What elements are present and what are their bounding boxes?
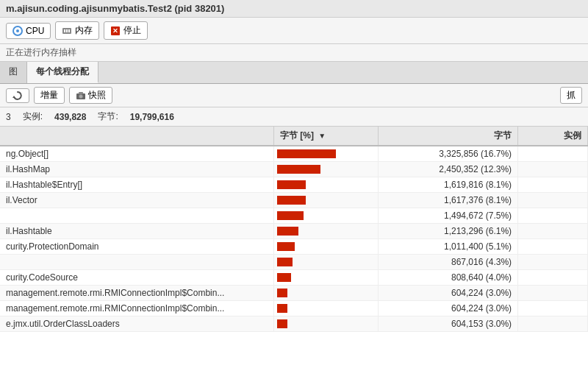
table-row[interactable]: il.Hashtable1,213,296 (6.1%) (0, 224, 588, 239)
table-row[interactable]: e.jmx.util.OrderClassLoaders604,153 (3.0… (0, 316, 588, 332)
col-bytes-label: 字节 (494, 130, 512, 141)
camera-icon (76, 91, 86, 101)
bytes-value: 19,799,616 (130, 112, 174, 122)
cell-bytes: 1,619,816 (8.1%) (379, 177, 518, 193)
cell-instances (518, 177, 588, 193)
tab-chart-label: 图 (9, 66, 18, 77)
cell-bar (273, 224, 378, 239)
table-row[interactable]: 867,016 (4.3%) (0, 255, 588, 270)
summary-bar: 3 实例: 439,828 字节: 19,799,616 (0, 107, 588, 127)
cell-bar (273, 208, 378, 224)
instances-value: 439,828 (54, 112, 86, 122)
col-bytes-pct-label: 字节 [%] (280, 130, 314, 141)
cell-bar (273, 177, 378, 193)
col-header-class[interactable] (0, 127, 273, 146)
cell-class: il.Hashtable$Entry[] (0, 177, 273, 193)
cell-bytes: 604,153 (3.0%) (379, 316, 518, 332)
cell-bytes: 1,617,376 (8.1%) (379, 193, 518, 208)
cell-class: il.HashMap (0, 162, 273, 177)
cell-bytes: 1,213,296 (6.1%) (379, 224, 518, 239)
cell-bytes: 1,494,672 (7.5%) (379, 208, 518, 224)
cell-class: curity.ProtectionDomain (0, 239, 273, 255)
cpu-button[interactable]: CPU (6, 23, 51, 39)
snapshot-label: 快照 (88, 89, 106, 102)
cell-class: e.jmx.util.OrderClassLoaders (0, 316, 273, 332)
increment-button[interactable]: 增量 (34, 87, 65, 104)
toolbar: CPU 内存 ✕ 停止 (0, 18, 588, 44)
tab-per-thread-label: 每个线程分配 (36, 66, 89, 77)
table-container: 字节 [%] ▼ 字节 实例 ng.Object[]3,325,856 (16.… (0, 127, 588, 368)
cell-bytes: 604,224 (3.0%) (379, 301, 518, 316)
table-row[interactable]: il.Hashtable$Entry[]1,619,816 (8.1%) (0, 177, 588, 193)
svg-point-1 (16, 29, 19, 32)
table-row[interactable]: 1,494,672 (7.5%) (0, 208, 588, 224)
stop-button[interactable]: ✕ 停止 (104, 21, 148, 40)
cell-instances (518, 193, 588, 208)
tab-bar: 图 每个线程分配 (0, 62, 588, 84)
cell-instances (518, 255, 588, 270)
cpu-icon (12, 26, 23, 36)
refresh-icon (12, 91, 23, 101)
cell-instances (518, 301, 588, 316)
memory-table: 字节 [%] ▼ 字节 实例 ng.Object[]3,325,856 (16.… (0, 127, 588, 332)
title-bar: m.ajisun.coding.ajisunmybatis.Test2 (pid… (0, 0, 588, 18)
table-row[interactable]: curity.ProtectionDomain1,011,400 (5.1%) (0, 239, 588, 255)
right-action-button[interactable]: 抓 (560, 87, 582, 104)
table-row[interactable]: il.Vector1,617,376 (8.1%) (0, 193, 588, 208)
svg-marker-8 (12, 96, 15, 98)
cell-instances (518, 316, 588, 332)
table-row[interactable]: ng.Object[]3,325,856 (16.7%) (0, 146, 588, 162)
cell-instances (518, 162, 588, 177)
increment-label: 增量 (40, 89, 58, 102)
svg-point-10 (79, 94, 83, 98)
cell-instances (518, 270, 588, 286)
col-header-instances[interactable]: 实例 (518, 127, 588, 146)
cell-bar (273, 239, 378, 255)
cell-bytes: 2,450,352 (12.3%) (379, 162, 518, 177)
cell-bytes: 867,016 (4.3%) (379, 255, 518, 270)
cpu-label: CPU (26, 26, 44, 36)
svg-rect-11 (79, 92, 83, 94)
mem-button[interactable]: 内存 (55, 21, 99, 40)
stop-label: 停止 (123, 24, 141, 37)
cell-instances (518, 146, 588, 162)
table-row[interactable]: curity.CodeSource808,640 (4.0%) (0, 270, 588, 286)
cell-bytes: 808,640 (4.0%) (379, 270, 518, 286)
tab-chart[interactable]: 图 (0, 62, 27, 83)
cell-bar (273, 193, 378, 208)
col-instances-label: 实例 (564, 130, 581, 141)
mem-label: 内存 (75, 24, 93, 37)
col-header-bytes-pct[interactable]: 字节 [%] ▼ (273, 127, 378, 146)
table-header-row: 字节 [%] ▼ 字节 实例 (0, 127, 588, 146)
cell-bytes: 604,224 (3.0%) (379, 286, 518, 301)
status-bar: 正在进行内存抽样 (0, 44, 588, 62)
tab-per-thread[interactable]: 每个线程分配 (27, 62, 98, 83)
cell-bar (273, 301, 378, 316)
refresh-button[interactable] (6, 88, 29, 103)
cell-class (0, 208, 273, 224)
count-number: 3 (6, 112, 11, 122)
cell-instances (518, 224, 588, 239)
cell-class: curity.CodeSource (0, 270, 273, 286)
cell-class: il.Vector (0, 193, 273, 208)
cell-bar (273, 162, 378, 177)
cell-bytes: 1,011,400 (5.1%) (379, 239, 518, 255)
cell-class: il.Hashtable (0, 224, 273, 239)
cell-bar (273, 255, 378, 270)
table-row[interactable]: management.remote.rmi.RMIConnectionImpl$… (0, 286, 588, 301)
cell-bar (273, 270, 378, 286)
window-title: m.ajisun.coding.ajisunmybatis.Test2 (pid… (6, 3, 224, 14)
sort-icon: ▼ (318, 132, 326, 140)
table-row[interactable]: il.HashMap2,450,352 (12.3%) (0, 162, 588, 177)
cell-bar (273, 286, 378, 301)
snapshot-button[interactable]: 快照 (69, 87, 112, 104)
cell-class: management.remote.rmi.RMIConnectionImpl$… (0, 286, 273, 301)
svg-text:✕: ✕ (112, 27, 118, 35)
col-header-bytes[interactable]: 字节 (379, 127, 518, 146)
table-row[interactable]: management.remote.rmi.RMIConnectionImpl$… (0, 301, 588, 316)
svg-rect-3 (64, 29, 65, 32)
status-text: 正在进行内存抽样 (6, 47, 76, 57)
cell-bar (273, 146, 378, 162)
svg-rect-5 (68, 29, 70, 32)
instances-label: 实例: (23, 110, 43, 123)
